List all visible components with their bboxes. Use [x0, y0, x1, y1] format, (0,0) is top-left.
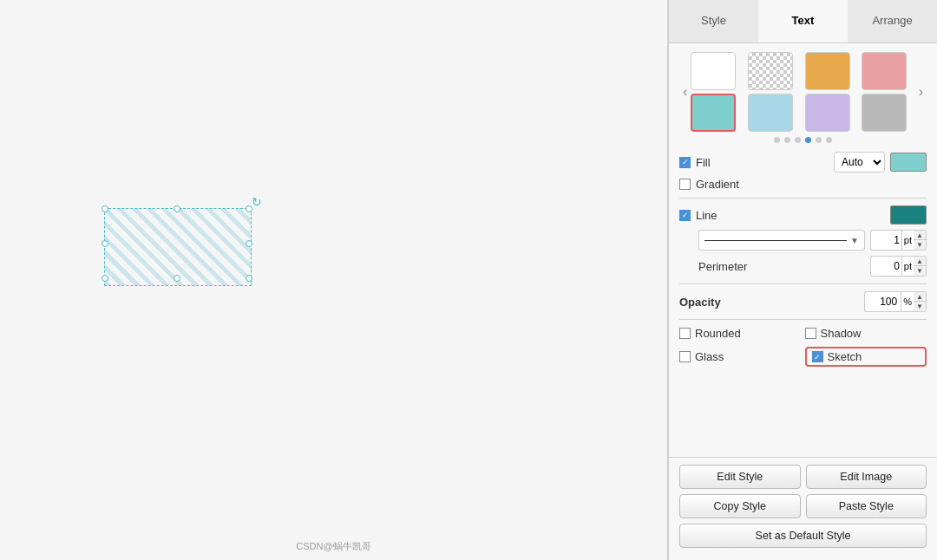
fill-checkbox[interactable]	[679, 157, 691, 168]
edit-image-button[interactable]: Edit Image	[806, 465, 927, 489]
dot-3[interactable]	[795, 137, 801, 143]
next-arrow[interactable]: ›	[915, 81, 927, 103]
tabs: Style Text Arrange	[669, 0, 937, 43]
checkboxes-grid: Rounded Shadow Glass Sketch	[679, 327, 927, 367]
watermark: CSDN@蜗牛凯哥	[296, 540, 370, 553]
set-default-button[interactable]: Set as Default Style	[679, 524, 927, 548]
swatch-gray[interactable]	[862, 94, 907, 132]
dots-pagination	[679, 137, 927, 143]
tab-arrange[interactable]: Arrange	[848, 0, 937, 42]
prev-arrow[interactable]: ‹	[679, 81, 691, 103]
line-checkbox[interactable]	[679, 210, 691, 221]
shadow-checkbox[interactable]	[805, 328, 816, 339]
sketch-checkbox[interactable]	[812, 351, 823, 362]
gradient-row: Gradient	[679, 178, 927, 191]
rotate-handle[interactable]: ↻	[252, 195, 264, 207]
panel-content: ‹ › Fill	[669, 43, 937, 457]
opacity-down[interactable]: ▼	[914, 302, 926, 311]
btn-row-3: Set as Default Style	[679, 524, 927, 548]
right-panel: Style Text Arrange ‹ ›	[668, 0, 937, 560]
perimeter-field[interactable]	[870, 256, 901, 277]
sketch-item: Sketch	[805, 347, 927, 367]
shape-container[interactable]: ↻	[87, 191, 269, 295]
fill-dropdown[interactable]: Auto None Solid	[834, 152, 885, 173]
swatch-checkered[interactable]	[748, 52, 793, 90]
opacity-unit: %	[901, 291, 914, 312]
line-label: Line	[696, 209, 717, 222]
glass-item: Glass	[679, 347, 802, 367]
dot-1[interactable]	[774, 137, 780, 143]
handle-top-mid[interactable]	[174, 205, 180, 212]
line-pt-up[interactable]: ▲	[914, 231, 926, 240]
paste-style-button[interactable]: Paste Style	[806, 494, 927, 518]
opacity-up[interactable]: ▲	[914, 292, 926, 302]
fill-color-swatch[interactable]	[890, 153, 927, 172]
opacity-row: Opacity % ▲ ▼	[679, 291, 927, 312]
swatches-grid	[691, 52, 914, 132]
glass-checkbox[interactable]	[679, 351, 691, 362]
perimeter-spinner: ▲ ▼	[914, 256, 927, 277]
dot-5[interactable]	[816, 137, 822, 143]
perimeter-input: pt ▲ ▼	[870, 256, 927, 277]
canvas-content: ↻	[0, 0, 667, 560]
rounded-checkbox[interactable]	[679, 328, 691, 339]
line-row: Line	[679, 205, 927, 225]
opacity-field[interactable]	[864, 291, 901, 312]
divider-2	[679, 283, 927, 284]
swatch-white[interactable]	[691, 52, 736, 90]
handle-top-left[interactable]	[102, 205, 108, 212]
rounded-item: Rounded	[679, 327, 802, 340]
fill-label: Fill	[696, 156, 711, 169]
perimeter-up[interactable]: ▲	[914, 257, 926, 266]
handle-mid-right[interactable]	[246, 240, 252, 247]
tab-style[interactable]: Style	[669, 0, 758, 42]
divider-3	[679, 319, 927, 320]
opacity-label: Opacity	[679, 296, 721, 309]
glass-label: Glass	[695, 350, 724, 363]
edit-style-button[interactable]: Edit Style	[679, 465, 801, 489]
handle-bot-right[interactable]	[246, 275, 252, 282]
line-color-swatch[interactable]	[890, 205, 927, 225]
line-style-arrow: ▼	[850, 236, 859, 245]
opacity-input-group: % ▲ ▼	[864, 291, 927, 312]
line-style-selector[interactable]: ▼	[698, 230, 865, 251]
line-style-preview	[704, 240, 847, 241]
swatch-pink[interactable]	[862, 52, 907, 90]
line-pt-unit: pt	[901, 230, 914, 251]
swatch-teal[interactable]	[691, 94, 736, 132]
handle-top-right[interactable]	[246, 205, 252, 212]
tab-text[interactable]: Text	[758, 0, 848, 42]
swatch-lavender[interactable]	[805, 94, 850, 132]
buttons-section: Edit Style Edit Image Copy Style Paste S…	[669, 457, 937, 560]
swatch-lightblue[interactable]	[748, 94, 793, 132]
line-style-row: ▼ pt ▲ ▼	[698, 230, 927, 251]
canvas-area: ↻ CSDN@蜗牛凯哥	[0, 0, 668, 560]
handle-bot-left[interactable]	[102, 275, 108, 282]
swatch-orange[interactable]	[805, 52, 850, 90]
dot-4[interactable]	[805, 137, 811, 143]
perimeter-unit: pt	[901, 256, 914, 277]
line-pt-field[interactable]	[870, 230, 901, 251]
dot-2[interactable]	[784, 137, 790, 143]
handle-bot-mid[interactable]	[174, 275, 180, 282]
btn-row-2: Copy Style Paste Style	[679, 494, 927, 518]
dot-6[interactable]	[826, 137, 832, 143]
perimeter-label: Perimeter	[698, 260, 747, 273]
line-pt-spinner: ▲ ▼	[914, 230, 927, 251]
gradient-label: Gradient	[696, 178, 739, 191]
btn-row-1: Edit Style Edit Image	[679, 465, 927, 489]
opacity-spinner: ▲ ▼	[914, 291, 927, 312]
shadow-item: Shadow	[805, 327, 927, 340]
line-pt-input: pt ▲ ▼	[870, 230, 927, 251]
handle-mid-left[interactable]	[102, 240, 108, 247]
fill-row: Fill Auto None Solid	[679, 152, 927, 173]
rounded-label: Rounded	[695, 327, 741, 340]
perimeter-row: Perimeter pt ▲ ▼	[698, 256, 927, 277]
line-pt-down[interactable]: ▼	[914, 240, 926, 250]
divider-1	[679, 198, 927, 199]
perimeter-down[interactable]: ▼	[914, 266, 926, 276]
shadow-label: Shadow	[821, 327, 862, 340]
swatches-section: ‹ ›	[679, 52, 927, 132]
gradient-checkbox[interactable]	[679, 179, 691, 190]
copy-style-button[interactable]: Copy Style	[679, 494, 801, 518]
